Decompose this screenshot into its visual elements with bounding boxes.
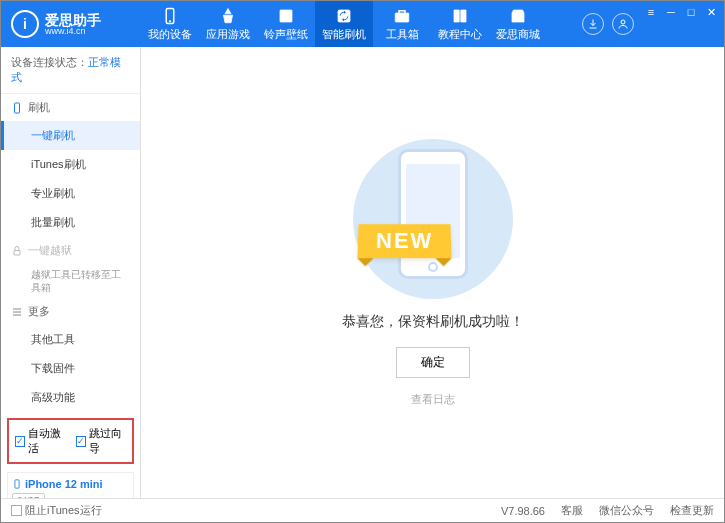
skip-guide-checkbox[interactable]: ✓ 跳过向导 (76, 426, 127, 456)
sidebar-section-flash[interactable]: 刷机 (1, 94, 140, 121)
sidebar-item-itunes[interactable]: iTunes刷机 (1, 150, 140, 179)
checkbox-icon: ✓ (76, 436, 86, 447)
refresh-icon (335, 7, 353, 25)
app-icon (219, 7, 237, 25)
maximize-button[interactable]: □ (684, 5, 698, 19)
svg-rect-8 (14, 250, 20, 255)
app-window: i 爱思助手 www.i4.cn 我的设备 应用游戏 铃声壁纸 智能刷机 (0, 0, 725, 523)
close-button[interactable]: ✕ (704, 5, 718, 19)
titlebar: i 爱思助手 www.i4.cn 我的设备 应用游戏 铃声壁纸 智能刷机 (1, 1, 724, 47)
svg-rect-2 (280, 10, 292, 22)
device-info[interactable]: iPhone 12 mini 64GB Down-12mini-13,1 (7, 472, 134, 498)
svg-point-6 (621, 20, 625, 24)
menu-button[interactable]: ≡ (644, 5, 658, 19)
auto-activate-checkbox[interactable]: ✓ 自动激活 (15, 426, 66, 456)
nav-store[interactable]: 爱思商城 (489, 1, 547, 47)
main-content: NEW 恭喜您，保资料刷机成功啦！ 确定 查看日志 (141, 47, 724, 498)
window-controls: ≡ ─ □ ✕ (644, 1, 724, 47)
options-box: ✓ 自动激活 ✓ 跳过向导 (7, 418, 134, 464)
svg-point-1 (169, 20, 171, 22)
block-itunes-checkbox[interactable]: 阻止iTunes运行 (11, 503, 102, 518)
app-title: 爱思助手 (45, 13, 101, 27)
lock-icon (11, 245, 23, 257)
service-link[interactable]: 客服 (561, 503, 583, 518)
update-link[interactable]: 检查更新 (670, 503, 714, 518)
sidebar-item-other[interactable]: 其他工具 (1, 325, 140, 354)
toolbox-icon (393, 7, 411, 25)
main-nav: 我的设备 应用游戏 铃声壁纸 智能刷机 工具箱 教程中心 (141, 1, 582, 47)
new-badge: NEW (357, 224, 451, 258)
svg-rect-9 (15, 480, 19, 488)
checkbox-icon: ✓ (15, 436, 25, 447)
nav-my-device[interactable]: 我的设备 (141, 1, 199, 47)
menu-icon (11, 306, 23, 318)
app-url: www.i4.cn (45, 27, 101, 36)
sidebar: 设备连接状态：正常模式 刷机 一键刷机 iTunes刷机 专业刷机 批量刷机 一… (1, 47, 141, 498)
sidebar-item-batch[interactable]: 批量刷机 (1, 208, 140, 237)
device-icon (12, 477, 22, 491)
version-label: V7.98.66 (501, 505, 545, 517)
success-message: 恭喜您，保资料刷机成功啦！ (342, 313, 524, 331)
wallpaper-icon (277, 7, 295, 25)
download-button[interactable] (582, 13, 604, 35)
svg-rect-5 (399, 10, 405, 13)
minimize-button[interactable]: ─ (664, 5, 678, 19)
sidebar-item-firmware[interactable]: 下载固件 (1, 354, 140, 383)
sidebar-item-pro[interactable]: 专业刷机 (1, 179, 140, 208)
nav-tutorials[interactable]: 教程中心 (431, 1, 489, 47)
sidebar-item-advanced[interactable]: 高级功能 (1, 383, 140, 412)
checkbox-icon (11, 505, 22, 516)
phone-icon (161, 7, 179, 25)
nav-apps[interactable]: 应用游戏 (199, 1, 257, 47)
success-illustration: NEW (343, 139, 523, 299)
sidebar-section-more[interactable]: 更多 (1, 298, 140, 325)
nav-toolbox[interactable]: 工具箱 (373, 1, 431, 47)
logo: i 爱思助手 www.i4.cn (11, 10, 141, 38)
ok-button[interactable]: 确定 (396, 347, 470, 378)
wechat-link[interactable]: 微信公众号 (599, 503, 654, 518)
svg-rect-7 (15, 103, 20, 113)
book-icon (451, 7, 469, 25)
view-log-link[interactable]: 查看日志 (411, 392, 455, 407)
user-icon (617, 18, 629, 30)
nav-ringtones[interactable]: 铃声壁纸 (257, 1, 315, 47)
footer: 阻止iTunes运行 V7.98.66 客服 微信公众号 检查更新 (1, 498, 724, 522)
jailbreak-note: 越狱工具已转移至工具箱 (1, 264, 140, 298)
user-button[interactable] (612, 13, 634, 35)
sidebar-item-oneclick[interactable]: 一键刷机 (1, 121, 140, 150)
nav-flash[interactable]: 智能刷机 (315, 1, 373, 47)
phone-small-icon (11, 102, 23, 114)
sidebar-section-jailbreak: 一键越狱 (1, 237, 140, 264)
logo-icon: i (11, 10, 39, 38)
connection-status: 设备连接状态：正常模式 (1, 47, 140, 94)
store-icon (509, 7, 527, 25)
download-icon (587, 18, 599, 30)
